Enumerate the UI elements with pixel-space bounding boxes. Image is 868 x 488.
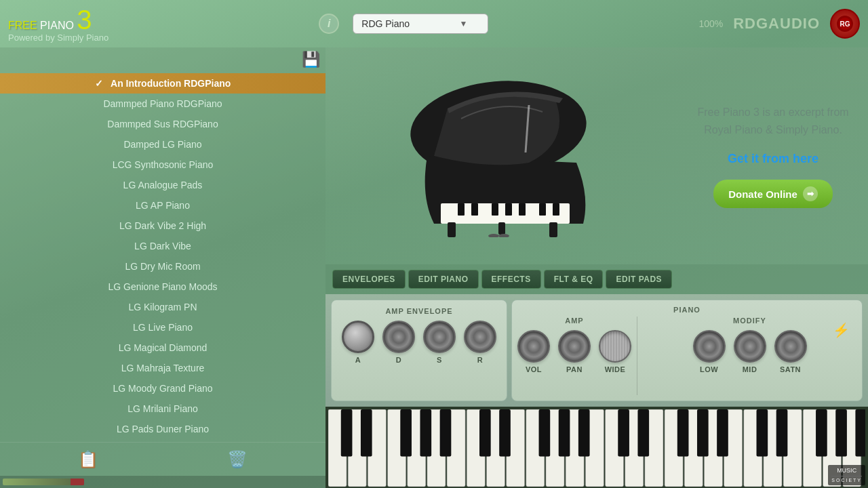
knob-group-d: D	[382, 321, 415, 364]
svg-rect-56	[637, 409, 649, 457]
list-item[interactable]: LG Analogue Pads	[0, 175, 326, 195]
svg-rect-12	[553, 203, 559, 216]
list-item[interactable]: LG Moody Grand Piano	[0, 378, 326, 399]
svg-rect-47	[400, 409, 412, 457]
knob-group-wide: WIDE	[599, 330, 631, 373]
tab-flt-eq[interactable]: FLT & EQ	[544, 270, 604, 289]
svg-rect-7	[471, 203, 478, 216]
modify-sub-panel: MODIFY ⚡ LOW	[643, 317, 856, 395]
list-item-label: LG Kilogram PN	[128, 302, 197, 312]
list-item[interactable]: LG Dark Vibe	[0, 236, 326, 256]
info-panel: Free Piano 3 is an excerpt fromRoyal Pia…	[678, 47, 868, 264]
knob-vol-label: VOL	[526, 365, 542, 373]
knob-vol[interactable]	[517, 330, 550, 363]
list-item[interactable]: LG Dark Vibe 2 High	[0, 216, 326, 236]
tab-edit-pads[interactable]: EDIT PADS	[606, 270, 672, 289]
list-item[interactable]: Damped LG Piano	[0, 134, 326, 155]
piano-image-area	[326, 47, 678, 264]
piano-outer-panel: PIANO AMP VOL	[511, 300, 863, 401]
svg-rect-53	[559, 409, 570, 457]
list-item-label: LG Pads Duner Piano	[117, 424, 209, 434]
logo-3: 3	[77, 5, 92, 35]
knob-group-pan: PAN	[558, 330, 591, 373]
preset-dropdown[interactable]: RDG Piano ▼	[353, 14, 488, 34]
list-item-label: LG Dark Vibe	[134, 241, 191, 251]
knob-mid-label: MID	[743, 365, 757, 373]
list-item[interactable]: LG AP Piano	[0, 195, 326, 216]
progress-bar-peak	[71, 479, 84, 485]
list-item-label: LG Genione Piano Moods	[108, 281, 217, 292]
list-item[interactable]: LG Kilogram PN	[0, 297, 326, 317]
list-item-label: LG Analogue Pads	[123, 180, 203, 190]
knob-a[interactable]	[342, 321, 374, 353]
piano-display: Free Piano 3 is an excerpt fromRoyal Pia…	[326, 47, 868, 264]
piano-keyboard[interactable]	[328, 409, 865, 488]
list-item[interactable]: Dammped Piano RDGPiano	[0, 94, 326, 114]
sidebar-list[interactable]: ✓ An Introduction RDGPiano Dammped Piano…	[0, 72, 326, 442]
knob-mid[interactable]	[734, 330, 766, 363]
get-link[interactable]: Get it from here	[728, 152, 818, 166]
tab-bar: ENVELOPES EDIT PIANO EFFECTS FLT & EQ ED…	[326, 264, 868, 294]
list-item[interactable]: LG Mrilani Piano	[0, 399, 326, 419]
knob-s[interactable]	[423, 321, 456, 353]
knob-s-label: S	[437, 356, 442, 364]
list-item[interactable]: LG Live Piano	[0, 317, 326, 338]
brand-logo: RG	[830, 9, 860, 39]
svg-rect-10	[519, 203, 526, 216]
list-item-label: LG Mahraja Texture	[121, 363, 205, 373]
list-item[interactable]: LCG Synthosonic Piano	[0, 155, 326, 175]
keyboard-area: MUSIC SOCIETY	[326, 407, 868, 488]
list-item-label: LG Dry Mic Room	[125, 261, 200, 272]
knob-wide[interactable]	[599, 330, 631, 363]
tab-effects[interactable]: EFFECTS	[481, 270, 541, 289]
knob-group-satn: SATN	[774, 330, 807, 373]
list-item[interactable]: ✓ An Introduction RDGPiano	[0, 73, 326, 94]
knob-satn[interactable]	[774, 330, 807, 363]
svg-rect-50	[479, 409, 491, 457]
amp-title: AMP	[517, 317, 631, 325]
list-item-label: LG Mrilani Piano	[127, 403, 198, 414]
amp-knobs: VOL PAN	[517, 330, 631, 373]
donate-label: Donate Online	[728, 188, 797, 200]
knob-pan-label: PAN	[566, 365, 583, 373]
list-item[interactable]: LG Magical Diamond	[0, 338, 326, 358]
sidebar-save-area: 💾	[0, 47, 326, 72]
list-item[interactable]: LG Piano Ambience	[0, 439, 326, 442]
tab-envelopes[interactable]: ENVELOPES	[332, 270, 406, 289]
svg-rect-58	[697, 409, 709, 457]
knob-low[interactable]	[693, 330, 726, 363]
knob-d[interactable]	[382, 321, 415, 353]
list-item[interactable]: LG Mahraja Texture	[0, 358, 326, 378]
knob-group-mid: MID	[734, 330, 766, 373]
document-icon[interactable]: 📋	[78, 450, 98, 469]
list-item[interactable]: LG Pads Duner Piano	[0, 419, 326, 439]
svg-rect-57	[677, 409, 689, 457]
list-item[interactable]: LG Genione Piano Moods	[0, 277, 326, 297]
donate-button[interactable]: Donate Online ➡	[713, 180, 833, 208]
svg-rect-11	[539, 203, 546, 216]
modify-title: MODIFY	[643, 317, 856, 325]
logo-title: FREE PIANO 3	[8, 5, 108, 35]
svg-rect-14	[549, 222, 557, 237]
music-society-line1: MUSIC	[831, 467, 862, 475]
trash-icon[interactable]: 🗑️	[227, 450, 248, 469]
list-item-label: An Introduction RDGPiano	[111, 78, 231, 89]
knob-r[interactable]	[464, 321, 496, 353]
sidebar-footer: 📋 🗑️	[0, 442, 326, 476]
zoom-level: 100%	[698, 18, 723, 29]
knob-satn-label: SATN	[780, 365, 801, 373]
knob-pan[interactable]	[558, 330, 591, 363]
tab-edit-piano[interactable]: EDIT PIANO	[408, 270, 479, 289]
info-button[interactable]: i	[319, 14, 339, 34]
music-society-badge: MUSIC SOCIETY	[828, 465, 865, 485]
save-icon[interactable]: 💾	[302, 51, 320, 68]
list-item[interactable]: LG Dry Mic Room	[0, 256, 326, 277]
brand-name: RDGAUDIO	[733, 15, 820, 33]
keys-wrapper	[328, 409, 865, 488]
piano-panel-title: PIANO	[517, 306, 856, 314]
main-content: 💾 ✓ An Introduction RDGPiano Dammped Pia…	[0, 47, 868, 488]
svg-point-16	[488, 234, 499, 237]
svg-rect-6	[458, 203, 465, 216]
svg-rect-13	[448, 222, 456, 237]
list-item[interactable]: Dammped Sus RDGPiano	[0, 114, 326, 134]
